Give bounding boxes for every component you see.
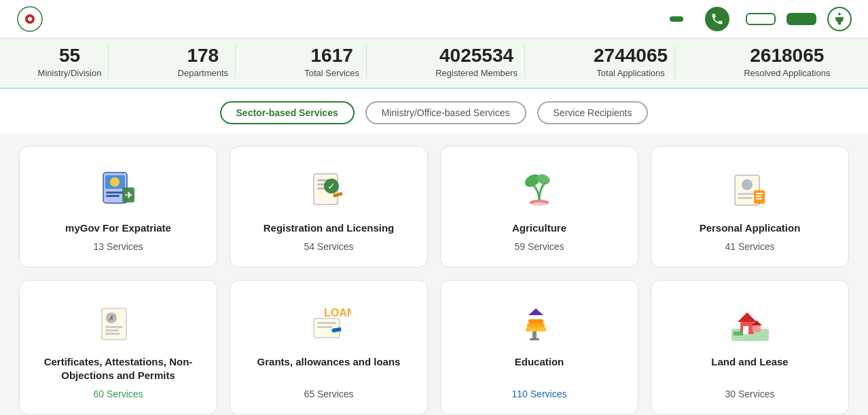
- svg-rect-26: [756, 193, 763, 194]
- stat-item: 55Ministry/Division: [31, 46, 109, 78]
- card-services-count-2: 59 Services: [514, 241, 564, 252]
- svg-text:✓: ✓: [327, 181, 336, 192]
- personal-icon: [726, 166, 774, 213]
- svg-point-2: [28, 17, 32, 21]
- stat-number: 2744065: [594, 46, 668, 67]
- card-services-count-4: 60 Services: [93, 389, 143, 399]
- stat-label: Ministry/Division: [38, 68, 102, 78]
- logo-area: [16, 5, 659, 33]
- accessibility-icon[interactable]: [827, 7, 852, 31]
- stat-number: 178: [178, 46, 228, 67]
- stat-label: Departments: [178, 68, 228, 78]
- stat-label: Total Services: [304, 68, 359, 78]
- service-card-0[interactable]: ✈ myGov For Expatriate13 Services: [19, 146, 217, 268]
- stat-label: Registered Members: [435, 68, 518, 78]
- login-button[interactable]: [746, 13, 776, 25]
- svg-rect-37: [317, 326, 332, 328]
- svg-text:✈: ✈: [124, 190, 132, 200]
- svg-point-20: [530, 200, 549, 206]
- card-services-count-6: 110 Services: [512, 389, 567, 399]
- certificate-icon: ✗: [94, 300, 142, 347]
- card-title-0: myGov For Expatriate: [65, 221, 171, 235]
- header: [0, 0, 868, 39]
- passport-icon: ✈: [94, 166, 142, 213]
- svg-rect-49: [743, 326, 748, 334]
- stat-item: 1617Total Services: [297, 46, 367, 78]
- svg-rect-8: [106, 195, 120, 197]
- svg-point-3: [838, 13, 841, 16]
- card-title-3: Personal Application: [700, 221, 801, 235]
- svg-rect-32: [105, 326, 123, 328]
- agriculture-icon: [516, 166, 563, 213]
- svg-text:LOAN: LOAN: [324, 307, 351, 319]
- helpdesk-area: [705, 7, 735, 31]
- svg-rect-7: [106, 192, 124, 194]
- svg-rect-45: [530, 338, 539, 340]
- svg-rect-44: [532, 331, 537, 338]
- svg-rect-40: [526, 327, 546, 331]
- tabs-section: Sector-based ServicesMinistry/Office-bas…: [0, 89, 868, 134]
- stat-number: 2618065: [744, 46, 830, 67]
- card-title-1: Registration and Licensing: [264, 221, 395, 235]
- service-card-1[interactable]: ✓ Registration and Licensing54 Services: [230, 146, 428, 268]
- service-card-4[interactable]: ✗ Certificates, Attestations, Non-Object…: [19, 280, 217, 415]
- svg-rect-50: [753, 325, 761, 332]
- stat-label: Resolved Applications: [744, 68, 830, 78]
- svg-point-22: [742, 179, 753, 190]
- card-services-count-1: 54 Services: [304, 241, 353, 252]
- svg-rect-33: [105, 329, 119, 331]
- svg-rect-34: [105, 333, 120, 335]
- svg-rect-27: [756, 196, 761, 197]
- language-toggle-bn[interactable]: [670, 16, 683, 22]
- svg-rect-24: [738, 197, 753, 199]
- service-card-2[interactable]: Agriculture59 Services: [440, 146, 638, 268]
- tab-btn-1[interactable]: Ministry/Office-based Services: [365, 101, 526, 124]
- tab-btn-0[interactable]: Sector-based Services: [220, 101, 355, 124]
- tab-btn-2[interactable]: Service Recipients: [537, 101, 649, 124]
- loan-icon: LOAN: [305, 300, 352, 347]
- stat-label: Total Applications: [594, 68, 668, 78]
- stat-item: 4025534Registered Members: [429, 46, 525, 78]
- register-button[interactable]: [786, 13, 816, 25]
- svg-rect-28: [756, 198, 762, 200]
- svg-text:✗: ✗: [109, 314, 114, 322]
- card-services-count-0: 13 Services: [93, 241, 143, 252]
- logo-icon: [16, 5, 43, 33]
- svg-rect-36: [317, 322, 336, 324]
- svg-rect-41: [527, 323, 545, 327]
- card-title-5: Grants, allowances and loans: [257, 355, 401, 369]
- service-card-7[interactable]: Land and Lease30 Services: [651, 280, 849, 415]
- svg-marker-43: [528, 308, 543, 315]
- card-title-7: Land and Lease: [711, 355, 788, 369]
- education-icon: [516, 300, 563, 347]
- registration-icon: ✓: [305, 166, 352, 213]
- service-card-3[interactable]: Personal Application41 Services: [651, 146, 849, 268]
- card-services-count-3: 41 Services: [725, 241, 774, 252]
- card-title-6: Education: [515, 355, 564, 369]
- svg-rect-42: [528, 319, 543, 323]
- stat-number: 4025534: [435, 46, 518, 67]
- svg-rect-23: [738, 193, 757, 195]
- stat-item: 178Departments: [171, 46, 236, 78]
- svg-rect-52: [734, 331, 743, 336]
- card-title-4: Certificates, Attestations, Non-Objectio…: [31, 355, 206, 382]
- service-card-6[interactable]: Education110 Services: [440, 280, 638, 415]
- card-services-count-5: 65 Services: [304, 389, 353, 399]
- svg-rect-29: [102, 308, 126, 340]
- stat-item: 2618065Resolved Applications: [737, 46, 837, 78]
- land-icon: [726, 300, 774, 347]
- stat-number: 1617: [304, 46, 359, 67]
- card-title-2: Agriculture: [512, 221, 566, 235]
- services-grid: ✈ myGov For Expatriate13 Services ✓ Regi…: [0, 134, 868, 415]
- card-services-count-7: 30 Services: [725, 389, 774, 399]
- svg-marker-48: [738, 312, 757, 322]
- header-right: [670, 7, 852, 31]
- stat-number: 55: [38, 46, 102, 67]
- svg-point-6: [110, 177, 120, 187]
- phone-icon: [705, 7, 729, 31]
- stat-item: 2744065Total Applications: [587, 46, 675, 78]
- service-card-5[interactable]: LOAN Grants, allowances and loans65 Serv…: [230, 280, 428, 415]
- stats-bar: 55Ministry/Division178Departments1617Tot…: [0, 39, 868, 89]
